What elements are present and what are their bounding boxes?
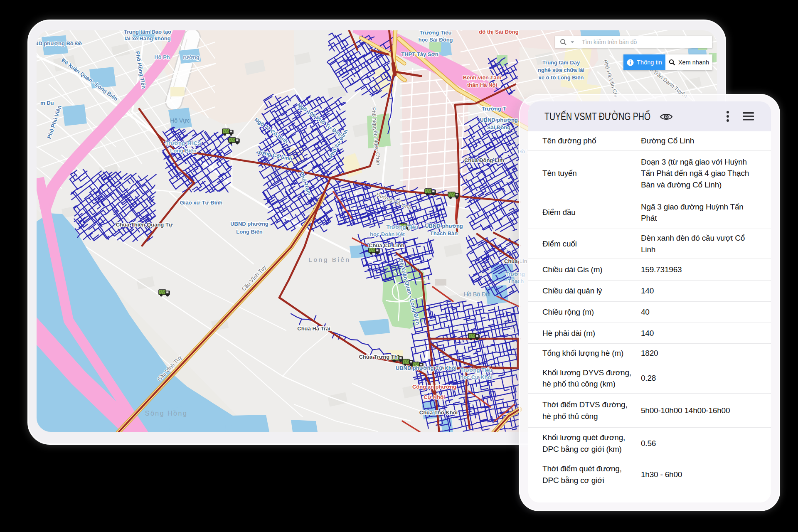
svg-text:Trường THCS: Trường THCS — [165, 140, 201, 146]
svg-text:học Cự Khối: học Cự Khối — [460, 374, 493, 380]
svg-text:Chùa Thiên Quang Tự: Chùa Thiên Quang Tự — [116, 222, 173, 228]
svg-text:Trung tâm Đào tạo: Trung tâm Đào tạo — [124, 30, 171, 35]
svg-text:Hồ Vực: Hồ Vực — [170, 117, 190, 124]
svg-text:Chùa Thổ Khối: Chùa Thổ Khối — [419, 409, 458, 416]
svg-text:Hồ Ph: Hồ Ph — [154, 54, 170, 60]
svg-text:thần Hà Nội: thần Hà Nội — [467, 82, 497, 88]
svg-text:Chùa Trưng Th: Chùa Trưng Th — [359, 354, 397, 360]
svg-text:Chùa Hạ Trai: Chùa Hạ Trai — [297, 325, 330, 332]
svg-text:THPT Tây Sơn: THPT Tây Sơn — [401, 51, 438, 57]
svg-text:Sài Đồng: Sài Đồng — [487, 124, 510, 131]
svg-text:học Sài Đồng: học Sài Đồng — [418, 37, 453, 43]
svg-text:học Đoàn Kết: học Đoàn Kết — [370, 231, 405, 237]
svg-text:Giáo xứ Tư Đình: Giáo xứ Tư Đình — [180, 200, 223, 206]
svg-text:Cự Khối: Cự Khối — [424, 394, 445, 400]
svg-text:Hồ Bộ Đội: Hồ Bộ Đội — [464, 291, 490, 298]
svg-text:nghề sửa chữa lái: nghề sửa chữa lái — [538, 67, 584, 73]
svg-text:UBND phường: UBND phường — [425, 223, 463, 229]
svg-text:Chùa Cự Linh: Chùa Cự Linh — [369, 242, 404, 249]
svg-text:Trường Tiểu: Trường Tiểu — [461, 367, 493, 373]
svg-text:m Du: m Du — [40, 100, 54, 106]
svg-text:Long Biên: Long Biên — [236, 229, 263, 235]
svg-text:Long Biên: Long Biên — [170, 148, 197, 154]
svg-text:Công an phường: Công an phường — [412, 384, 456, 390]
svg-text:ND phường Bồ Đề: ND phường Bồ Đề — [37, 40, 82, 47]
svg-text:Long Biên: Long Biên — [308, 256, 350, 263]
svg-text:Sông Hồng: Sông Hồng — [145, 410, 188, 417]
svg-text:Chùa Đồng Lim: Chùa Đồng Lim — [464, 157, 504, 163]
svg-text:UBND phường: UBND phường — [480, 117, 518, 123]
svg-text:xe ô tô Long Biên: xe ô tô Long Biên — [538, 74, 584, 81]
svg-text:Trường T: Trường T — [482, 106, 506, 112]
svg-text:Trường Tiểu: Trường Tiểu — [387, 224, 419, 230]
svg-text:Trung tâm Dạy: Trung tâm Dạy — [542, 59, 580, 66]
svg-text:Thạch Bàn: Thạch Bàn — [430, 230, 458, 236]
svg-text:lái xe Hàng không: lái xe Hàng không — [124, 35, 170, 42]
svg-text:rường: rường — [183, 54, 200, 60]
svg-text:UBND phường Cự Khối: UBND phường Cự Khối — [396, 365, 457, 371]
svg-text:Bệnh viện Tâm: Bệnh viện Tâm — [463, 74, 501, 81]
svg-text:đô thị Sài Đồng: đô thị Sài Đồng — [479, 30, 518, 35]
svg-text:UBND phường: UBND phường — [230, 221, 268, 227]
svg-text:Trường Tiểu: Trường Tiểu — [420, 30, 452, 36]
